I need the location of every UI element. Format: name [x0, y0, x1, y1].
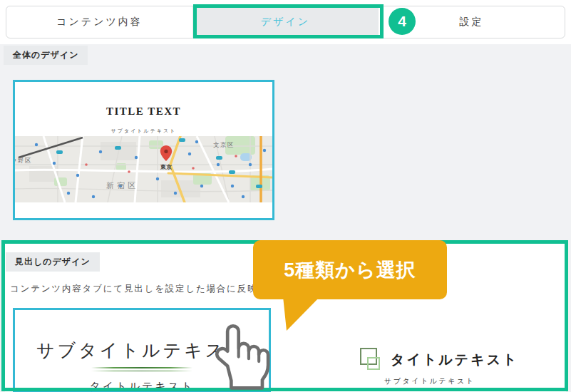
map-marker-label: 東京	[160, 164, 173, 170]
design-settings-page: コンテンツ内容 デザイン 設定 4 全体のデザイン TITLE TEXT サブタ…	[0, 0, 571, 392]
step-4-badge: 4	[389, 8, 416, 35]
overlapping-squares-icon	[360, 348, 383, 372]
overall-design-preview-card[interactable]: TITLE TEXT サブタイトルテキスト	[13, 80, 274, 220]
style1-title-sample: タイトルテキスト	[15, 380, 269, 392]
callout-bubble-tail	[282, 296, 321, 332]
overall-design-section-label: 全体のデザイン	[4, 46, 88, 65]
callout-bubble: 5種類から選択	[253, 240, 447, 299]
style2-subtitle-sample: サブタイトルテキスト	[384, 376, 475, 386]
style1-divider-line	[91, 371, 192, 372]
style1-divider-line	[91, 367, 192, 368]
map-district-bunkyo: 文京区	[213, 141, 235, 148]
map-preview: 東京 文京区 新宿区 中野区	[15, 136, 272, 202]
map-district-nakano: 中野区	[15, 157, 32, 164]
heading-style-option-1[interactable]: サブタイトルテキスト タイトルテキスト	[13, 308, 271, 392]
preview-subtitle-text: サブタイトルテキスト	[15, 128, 272, 135]
map-image: 東京 文京区 新宿区 中野区	[15, 136, 272, 202]
style1-subtitle-sample: サブタイトルテキスト	[15, 339, 269, 362]
tab-design[interactable]: デザイン	[192, 6, 379, 38]
tab-bar: コンテンツ内容 デザイン 設定	[6, 6, 565, 38]
preview-title-text: TITLE TEXT	[15, 105, 272, 118]
map-district-shinjuku: 新宿区	[106, 181, 138, 190]
style2-title-sample: タイトルテキスト	[391, 351, 519, 369]
tab-content[interactable]: コンテンツ内容	[6, 6, 192, 38]
heading-design-section-label: 見出しのデザイン	[6, 252, 100, 272]
heading-style-option-2[interactable]: タイトルテキスト サブタイトルテキスト	[287, 308, 561, 392]
